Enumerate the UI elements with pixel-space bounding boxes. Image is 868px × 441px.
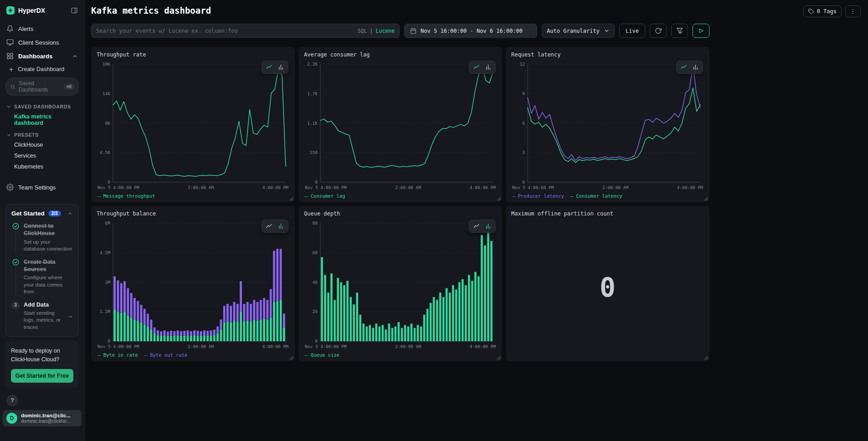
bell-icon	[6, 25, 14, 32]
bar-chart-icon[interactable]	[485, 64, 492, 71]
panel-resize-handle[interactable]	[289, 197, 293, 201]
refresh-button[interactable]	[650, 24, 667, 38]
chart-area: 036912	[511, 60, 704, 184]
svg-text:3: 3	[522, 150, 525, 155]
svg-text:0: 0	[108, 179, 110, 184]
x-axis-label: 2:00:00 AM	[395, 185, 421, 190]
svg-text:14K: 14K	[103, 91, 110, 96]
user-menu[interactable]: D dominic.tran@clic... dominic.tran@clic…	[3, 410, 82, 426]
filter-button[interactable]	[671, 24, 688, 38]
x-axis-label: 2:00:00 AM	[188, 344, 214, 349]
bar-chart-icon[interactable]	[485, 223, 492, 230]
step-create-data-sources[interactable]: Create Data Sources Configure where your…	[11, 258, 73, 296]
svg-text:1.5M: 1.5M	[100, 309, 110, 314]
get-started-free-button[interactable]: Get Started for Free	[11, 369, 73, 383]
dashboard-grid: Throughput rate04.5K9K14K18KNov 5 4:00:0…	[91, 47, 709, 361]
presets-section[interactable]: PRESETS	[5, 129, 79, 139]
chart-type-toolbar	[469, 61, 496, 74]
panel-resize-handle[interactable]	[289, 356, 293, 360]
sidebar-item-clickhouse[interactable]: ClickHouse	[5, 139, 79, 150]
tags-label: 0 Tags	[817, 8, 837, 15]
sidebar-item-team-settings[interactable]: Team Settings	[5, 180, 79, 194]
bar-chart-icon[interactable]	[692, 64, 699, 71]
x-axis-labels: Nov 5 4:00:00 PM2:00:00 AM4:00:00 PM	[97, 184, 289, 190]
page-title: Kafka metrics dashboard	[91, 5, 211, 15]
date-range-picker[interactable]: Nov 5 16:00:00 - Nov 6 16:00:00	[404, 24, 537, 38]
step-title: Create Data Sources	[24, 258, 73, 273]
sidebar-item-kubernetes[interactable]: Kubernetes	[5, 161, 79, 172]
x-axis-label: 2:00:00 AM	[188, 185, 214, 190]
panel-resize-handle[interactable]	[497, 197, 501, 201]
sql-toggle[interactable]: SQL	[358, 28, 367, 34]
sidebar-item-kafka-dashboard[interactable]: Kafka metrics dashboard	[5, 111, 79, 129]
x-axis-label: 2:00:00 AM	[602, 185, 628, 190]
sidebar-collapse-icon[interactable]	[71, 7, 78, 14]
tags-button[interactable]: 0 Tags	[803, 5, 842, 17]
panel-max-offline-partitions: Maximum offline partition count0	[506, 206, 709, 361]
sidebar-item-client-sessions[interactable]: Client Sessions	[5, 36, 79, 49]
legend-item: — Message throughput	[98, 193, 155, 199]
svg-text:4.5M: 4.5M	[100, 250, 110, 255]
panel-resize-handle[interactable]	[497, 356, 501, 360]
legend-item: — Queue size	[305, 352, 339, 358]
sidebar-item-alerts[interactable]: Alerts	[5, 22, 79, 36]
svg-text:12: 12	[520, 62, 525, 67]
line-chart-icon[interactable]	[680, 64, 687, 71]
x-axis-label: Nov 5 4:00:00 PM	[512, 185, 554, 190]
x-axis-label: 4:00:00 PM	[470, 185, 496, 190]
chart-svg-avg-consumer-lag: 05501.1K1.7K2.2K	[304, 60, 497, 184]
svg-text:20: 20	[313, 309, 318, 314]
step-connect-clickhouse[interactable]: Connect to ClickHouse Set up your databa…	[11, 222, 73, 253]
live-button[interactable]: Live	[619, 24, 645, 38]
legend: — Consumer lag	[304, 193, 497, 199]
x-axis-label: 4:00:00 PM	[470, 344, 496, 349]
panel-title: Throughput balance	[97, 210, 289, 217]
run-query-button[interactable]	[693, 24, 709, 38]
chart-type-toolbar	[676, 61, 703, 74]
get-started-title: Get Started	[11, 210, 45, 217]
legend-item: — Byte out rate	[144, 352, 188, 358]
chart-area: 01.5M3M4.5M6M	[97, 219, 289, 343]
gear-icon	[6, 184, 14, 191]
deploy-card: Ready to deploy on ClickHouse Cloud? Get…	[5, 341, 79, 388]
search-input[interactable]	[96, 28, 354, 34]
panel-request-latency: Request latency036912Nov 5 4:00:00 PM2:0…	[506, 47, 709, 202]
panel-resize-handle[interactable]	[704, 356, 708, 360]
saved-dashboards-section[interactable]: SAVED DASHBOARDS	[5, 101, 79, 111]
step-desc: Start sending logs, metrics, or traces	[24, 310, 62, 331]
app-root: HyperDX Alerts Client Sessions Dashboard…	[0, 0, 868, 441]
granularity-select[interactable]: Auto Granularity	[542, 24, 615, 38]
bar-chart-icon[interactable]	[277, 64, 284, 71]
svg-text:60: 60	[313, 250, 318, 255]
x-axis-labels: Nov 5 4:00:00 PM2:00:00 AM4:00:00 PM	[511, 184, 704, 190]
legend: — Producer latency— Consumer latency	[511, 193, 704, 199]
get-started-header[interactable]: Get Started 2/3	[11, 210, 73, 217]
svg-text:80: 80	[313, 220, 318, 226]
line-chart-icon[interactable]	[266, 64, 272, 71]
legend: — Byte in rate— Byte out rate	[97, 352, 289, 358]
sidebar-item-services[interactable]: Services	[5, 150, 79, 161]
line-chart-icon[interactable]	[266, 223, 272, 230]
create-dashboard-button[interactable]: Create Dashboard	[5, 63, 79, 77]
step-add-data[interactable]: 3 Add Data Start sending logs, metrics, …	[11, 301, 73, 331]
svg-text:9K: 9K	[105, 121, 111, 126]
chevron-down-icon	[6, 104, 11, 109]
line-chart-icon[interactable]	[473, 223, 480, 230]
lucene-toggle[interactable]: Lucene	[376, 28, 395, 34]
help-button[interactable]: ?	[6, 395, 18, 406]
chart-area: 05501.1K1.7K2.2K	[304, 60, 497, 184]
svg-text:0: 0	[315, 179, 318, 184]
step-desc: Set up your database connection	[24, 239, 73, 253]
monitor-icon	[6, 39, 14, 46]
panel-throughput-balance: Throughput balance01.5M3M4.5M6MNov 5 4:0…	[91, 206, 295, 361]
sidebar-item-dashboards[interactable]: Dashboards	[5, 49, 79, 63]
svg-text:550: 550	[310, 150, 318, 155]
line-chart-icon[interactable]	[473, 64, 480, 71]
x-axis-label: 2:00:00 AM	[395, 344, 421, 349]
deploy-text: Ready to deploy on ClickHouse Cloud?	[11, 347, 73, 364]
bar-chart-icon[interactable]	[277, 223, 284, 230]
more-menu-button[interactable]: ⋮	[845, 5, 861, 17]
date-range-value: Nov 5 16:00:00 - Nov 6 16:00:00	[421, 28, 523, 34]
saved-dashboards-search[interactable]: Saved Dashboards ⌘K	[5, 77, 79, 96]
panel-resize-handle[interactable]	[704, 197, 708, 201]
